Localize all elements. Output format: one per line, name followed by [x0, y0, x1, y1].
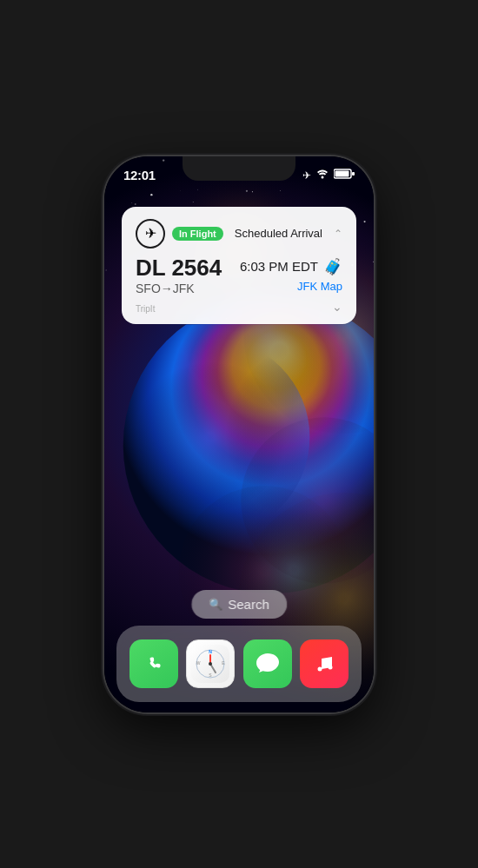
svg-point-0 — [322, 176, 324, 179]
dock-phone-icon[interactable] — [129, 639, 178, 688]
svg-point-9 — [209, 662, 212, 666]
app-name: TripIt — [136, 304, 155, 314]
in-flight-badge: In Flight — [172, 227, 223, 241]
phone-frame: 12:01 ✈ — [104, 156, 374, 712]
search-label: Search — [228, 597, 269, 612]
svg-rect-2 — [335, 171, 349, 177]
widget-left: ✈ In Flight — [136, 219, 223, 248]
wifi-icon — [315, 169, 329, 182]
luggage-icon: 🧳 — [323, 257, 342, 276]
spotlight-search[interactable]: 🔍 Search — [191, 590, 287, 619]
notch — [183, 156, 295, 181]
phone-screen: 12:01 ✈ — [104, 156, 374, 712]
airplane-mode-icon: ✈ — [302, 169, 311, 182]
chevron-down-icon[interactable]: ⌄ — [332, 300, 342, 314]
dock-messages-icon[interactable] — [243, 639, 292, 688]
scheduled-arrival-label: Scheduled Arrival — [235, 227, 322, 240]
svg-point-14 — [318, 666, 322, 671]
flight-info-right: 6:03 PM EDT 🧳 JFK Map — [240, 255, 342, 293]
flight-icon: ✈ — [136, 219, 165, 248]
search-icon: 🔍 — [209, 598, 222, 611]
status-icons: ✈ — [302, 169, 355, 182]
widget-right-header: Scheduled Arrival — [235, 227, 322, 240]
dock-safari-icon[interactable]: N S W E — [186, 639, 235, 688]
widget-body: DL 2564 SFO→JFK 6:03 PM EDT 🧳 JFK Map — [136, 255, 342, 296]
jfk-map-link[interactable]: JFK Map — [297, 280, 342, 293]
flight-info-left: DL 2564 SFO→JFK — [136, 255, 222, 296]
flight-number: DL 2564 — [136, 255, 222, 281]
svg-text:N: N — [209, 649, 212, 654]
widget-header: ✈ In Flight Scheduled Arrival ⌃ — [136, 219, 342, 248]
arrival-time: 6:03 PM EDT 🧳 — [240, 257, 342, 276]
svg-text:W: W — [196, 660, 201, 666]
dock-music-icon[interactable] — [300, 639, 349, 688]
flight-notification-widget[interactable]: ✈ In Flight Scheduled Arrival ⌃ DL 2564 … — [122, 207, 356, 325]
status-time: 12:01 — [123, 168, 156, 182]
flight-route: SFO→JFK — [136, 282, 222, 295]
svg-rect-3 — [352, 172, 355, 176]
svg-point-15 — [329, 665, 333, 669]
battery-icon — [334, 169, 355, 182]
dock: N S W E — [116, 626, 362, 702]
chevron-up-icon[interactable]: ⌃ — [334, 228, 342, 240]
